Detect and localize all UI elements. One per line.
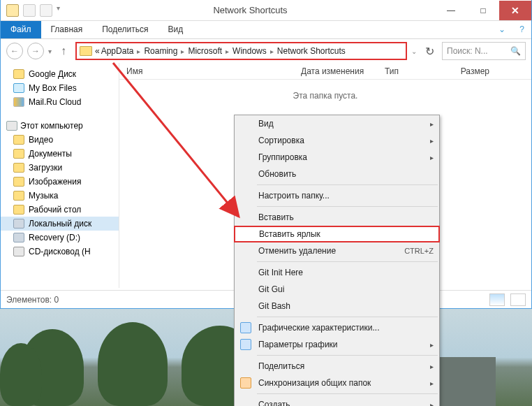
menu-separator — [257, 355, 438, 356]
history-dropdown-icon[interactable]: ▾ — [48, 48, 52, 55]
crumb[interactable]: AppData — [101, 46, 134, 56]
menu-sync[interactable]: Синхронизация общих папок▸ — [235, 375, 439, 391]
col-date[interactable]: Дата изменения — [294, 66, 378, 76]
sidebar-item[interactable]: Видео — [1, 133, 119, 147]
menu-paste-shortcut[interactable]: Вставить ярлык — [234, 226, 440, 242]
disk-icon — [13, 219, 24, 229]
view-details-button[interactable] — [489, 293, 505, 306]
folder-icon — [6, 4, 19, 17]
sidebar-item-selected[interactable]: Локальный диск — [1, 217, 119, 231]
chevron-right-icon: ▸ — [430, 401, 434, 407]
intel-icon — [240, 339, 251, 350]
menu-share[interactable]: Поделиться▸ — [235, 358, 439, 375]
folder-icon — [13, 149, 24, 159]
chevron-right-icon: ▸ — [268, 48, 276, 55]
crumb-prefix: « — [95, 46, 100, 56]
folder-icon — [13, 191, 24, 201]
menu-group[interactable]: Группировка▸ — [235, 149, 439, 166]
sync-icon — [240, 377, 251, 389]
menu-refresh[interactable]: Обновить — [235, 166, 439, 182]
box-icon — [13, 83, 24, 93]
qat-item[interactable] — [23, 4, 36, 17]
tab-share[interactable]: Поделиться — [92, 21, 158, 38]
menu-git-init[interactable]: Git Init Here — [235, 264, 439, 281]
sidebar-item[interactable]: Документы — [1, 147, 119, 161]
column-headers: Имя Дата изменения Тип Размер — [119, 63, 531, 80]
view-icons-button[interactable] — [510, 293, 526, 306]
col-name[interactable]: Имя — [119, 66, 294, 76]
chevron-right-icon: ▸ — [430, 341, 434, 349]
sidebar-item[interactable]: Загрузки — [1, 161, 119, 175]
mailru-icon — [13, 97, 24, 107]
menu-new[interactable]: Создать▸ — [235, 396, 439, 406]
sidebar-item[interactable]: Google Диск — [1, 67, 119, 81]
chevron-right-icon: ▸ — [430, 363, 434, 370]
item-count: Элементов: 0 — [6, 295, 59, 305]
menu-paste[interactable]: Вставить — [235, 209, 439, 226]
crumb[interactable]: Network Shortcuts — [277, 46, 346, 56]
forward-button[interactable]: → — [27, 43, 44, 59]
sidebar-item[interactable]: Recovery (D:) — [1, 231, 119, 245]
col-type[interactable]: Тип — [378, 66, 441, 76]
sidebar-item[interactable]: Рабочий стол — [1, 203, 119, 217]
crumb[interactable]: Microsoft — [188, 46, 222, 56]
crumb[interactable]: Windows — [232, 46, 267, 56]
ribbon-tabs: Файл Главная Поделиться Вид ⌄ ? — [1, 21, 531, 39]
empty-folder-text: Эта папка пуста. — [119, 80, 531, 112]
close-button[interactable]: ✕ — [499, 1, 531, 20]
qat-dropdown-icon[interactable]: ▾ — [57, 4, 60, 17]
search-icon: 🔍 — [510, 46, 521, 56]
menu-sort[interactable]: Сортировка▸ — [235, 132, 439, 149]
tab-view[interactable]: Вид — [158, 21, 193, 38]
back-button[interactable]: ← — [6, 43, 23, 59]
crumb[interactable]: Roaming — [144, 46, 177, 56]
intel-icon — [240, 322, 251, 333]
menu-undo-delete[interactable]: Отменить удалениеCTRL+Z — [235, 242, 439, 259]
search-input[interactable]: Поиск: N... 🔍 — [442, 42, 526, 60]
chevron-right-icon: ▸ — [430, 154, 434, 161]
sidebar-item[interactable]: Изображения — [1, 175, 119, 189]
quick-access-toolbar: ▾ — [1, 4, 66, 17]
disk-icon — [13, 233, 24, 242]
help-icon[interactable]: ? — [512, 21, 531, 38]
folder-icon — [13, 135, 24, 145]
tab-file[interactable]: Файл — [1, 21, 41, 38]
ribbon-expand-icon[interactable]: ⌄ — [492, 21, 512, 38]
folder-icon — [13, 163, 24, 173]
chevron-right-icon: ▸ — [179, 48, 186, 55]
pc-icon — [6, 121, 17, 131]
chevron-right-icon: ▸ — [430, 379, 434, 387]
menu-gfx-props[interactable]: Графические характеристики... — [235, 319, 439, 336]
address-dropdown-icon[interactable]: ⌄ — [411, 48, 417, 55]
menu-customize[interactable]: Настроить папку... — [235, 187, 439, 204]
minimize-button[interactable]: — — [435, 1, 467, 20]
titlebar: ▾ Network Shortcuts — □ ✕ — [1, 0, 531, 21]
sidebar-item[interactable]: My Box Files — [1, 81, 119, 95]
menu-view[interactable]: Вид▸ — [235, 115, 439, 132]
gdrive-icon — [13, 69, 24, 79]
address-bar[interactable]: « AppData▸ Roaming▸ Microsoft▸ Windows▸ … — [75, 42, 407, 60]
menu-git-gui[interactable]: Git Gui — [235, 281, 439, 298]
folder-icon — [13, 205, 24, 215]
chevron-right-icon: ▸ — [135, 48, 142, 55]
qat-item[interactable] — [40, 4, 52, 17]
maximize-button[interactable]: □ — [467, 1, 499, 20]
up-button[interactable]: ↑ — [56, 43, 71, 59]
chevron-right-icon: ▸ — [430, 137, 434, 145]
menu-git-bash[interactable]: Git Bash — [235, 298, 439, 314]
chevron-right-icon: ▸ — [1, 122, 3, 129]
chevron-right-icon: ▸ — [430, 120, 434, 128]
navigation-pane[interactable]: Google Диск My Box Files Mail.Ru Cloud ▸… — [1, 63, 119, 288]
refresh-button[interactable]: ↻ — [421, 43, 438, 59]
menu-gfx-params[interactable]: Параметры графики▸ — [235, 336, 439, 353]
menu-separator — [257, 393, 438, 394]
sidebar-item[interactable]: Mail.Ru Cloud — [1, 95, 119, 109]
tab-home[interactable]: Главная — [41, 21, 93, 38]
folder-icon — [80, 46, 92, 56]
sidebar-section-pc[interactable]: ▸Этот компьютер — [1, 119, 119, 133]
search-placeholder: Поиск: N... — [447, 46, 488, 56]
context-menu: Вид▸ Сортировка▸ Группировка▸ Обновить Н… — [234, 115, 440, 406]
sidebar-item[interactable]: Музыка — [1, 189, 119, 203]
sidebar-item[interactable]: CD-дисковод (H — [1, 245, 119, 259]
col-size[interactable]: Размер — [441, 66, 496, 76]
